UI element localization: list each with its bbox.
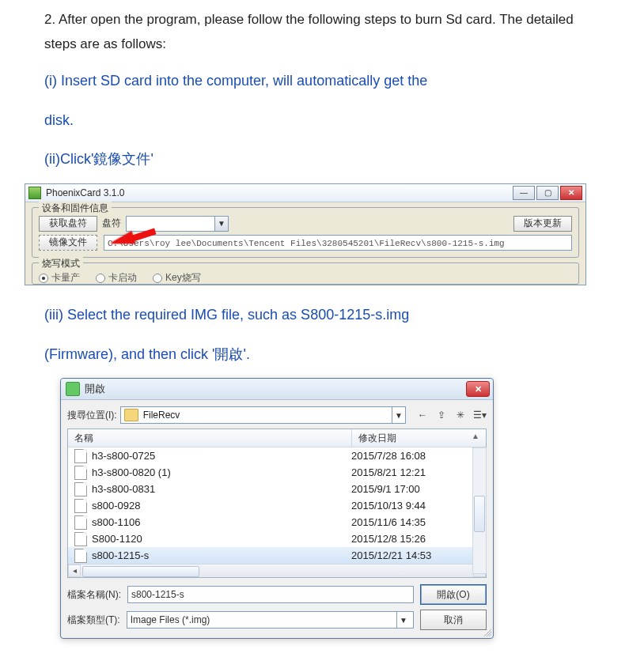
up-folder-icon[interactable]: ⇪ — [434, 408, 449, 422]
file-name: S800-1120 — [92, 533, 142, 545]
dialog-close-button[interactable]: ✕ — [466, 381, 490, 397]
open-button[interactable]: 開啟(O) — [420, 584, 487, 605]
image-file-button[interactable]: 镜像文件 — [39, 235, 97, 251]
open-file-dialog: 開啟 ✕ 搜尋位置(I): FileRecv ▼ ← ⇪ ✳ ☰▾ — [60, 378, 494, 639]
vertical-scrollbar[interactable] — [472, 447, 487, 574]
file-name: h3-s800-0725 — [92, 450, 155, 462]
file-date: 2015/12/8 15:26 — [345, 530, 486, 547]
file-date: 2015/12/21 14:53 — [345, 547, 486, 564]
col-date-header[interactable]: 修改日期 ▲ — [352, 429, 486, 447]
filename-input[interactable]: s800-1215-s — [127, 586, 414, 603]
dialog-titlebar[interactable]: 開啟 ✕ — [61, 379, 493, 400]
file-name: s800-0928 — [92, 500, 140, 512]
column-headers[interactable]: 名稱 修改日期 ▲ — [68, 429, 486, 447]
device-firmware-fieldset: 设备和固件信息 获取盘符 盘符 ▼ 版本更新 镜像文件 C:\Users\roy… — [32, 207, 579, 258]
look-in-label: 搜尋位置(I): — [67, 409, 117, 422]
radio-icon — [96, 274, 105, 283]
disk-label: 盘符 — [102, 217, 121, 230]
scrollbar-thumb[interactable] — [474, 496, 485, 532]
maximize-button[interactable]: ▢ — [536, 186, 559, 200]
filename-value: s800-1215-s — [131, 589, 184, 600]
sort-asc-icon: ▲ — [472, 432, 479, 440]
col-name-header[interactable]: 名稱 — [68, 429, 352, 447]
file-date: 2015/11/6 14:35 — [345, 514, 486, 530]
file-icon — [74, 466, 87, 480]
radio-icon — [153, 274, 162, 283]
resize-grip-icon[interactable] — [482, 627, 491, 636]
window-titlebar[interactable]: PhoenixCard 3.1.0 — ▢ ✕ — [25, 184, 585, 202]
cancel-button[interactable]: 取消 — [420, 610, 487, 630]
scrollbar-thumb[interactable] — [82, 566, 199, 577]
chevron-down-icon: ▼ — [392, 407, 405, 423]
disk-combo[interactable]: ▼ — [126, 216, 229, 232]
col-date-label: 修改日期 — [358, 432, 396, 444]
file-icon — [74, 482, 87, 496]
file-name: s800-1215-s — [92, 549, 149, 561]
radio-label: 卡启动 — [108, 273, 137, 284]
horizontal-scrollbar[interactable] — [68, 564, 486, 577]
file-icon — [74, 499, 87, 513]
file-icon — [74, 515, 87, 530]
radio-key-burn[interactable]: Key烧写 — [153, 273, 201, 284]
file-row[interactable]: h3-s800-0820 (1)2015/8/21 12:21 — [68, 464, 486, 481]
radio-icon — [39, 274, 48, 283]
doc-step2-intro: 2. After open the program, please follow… — [44, 8, 585, 56]
filetype-value: Image Files (*.img) — [131, 614, 210, 625]
chevron-down-icon: ▼ — [396, 612, 410, 628]
file-icon — [74, 532, 87, 546]
file-date: 2015/10/13 9:44 — [345, 497, 486, 514]
filename-label: 檔案名稱(N): — [67, 588, 121, 602]
version-update-button[interactable]: 版本更新 — [513, 216, 572, 232]
folder-icon — [124, 409, 138, 421]
nav-back-icon[interactable]: ← — [415, 408, 430, 422]
view-menu-icon[interactable]: ☰▾ — [472, 408, 487, 422]
doc-step-i-line2: disk. — [44, 105, 585, 137]
radio-mass-production[interactable]: 卡量产 — [39, 273, 80, 284]
minimize-button[interactable]: — — [513, 186, 535, 200]
close-button[interactable]: ✕ — [560, 186, 582, 200]
radio-label: Key烧写 — [165, 273, 201, 284]
file-row[interactable]: s800-1215-s2015/12/21 14:53 — [68, 547, 486, 564]
file-name: s800-1106 — [92, 516, 140, 528]
file-date: 2015/9/1 17:00 — [345, 481, 486, 497]
file-row[interactable]: s800-09282015/10/13 9:44 — [68, 497, 486, 514]
filetype-combo[interactable]: Image Files (*.img) ▼ — [127, 611, 414, 629]
radio-label: 卡量产 — [51, 273, 80, 284]
filetype-label: 檔案類型(T): — [67, 613, 120, 627]
phoenixcard-window: PhoenixCard 3.1.0 — ▢ ✕ 设备和固件信息 获取盘符 盘符 … — [25, 183, 586, 285]
dialog-title: 開啟 — [85, 382, 466, 396]
look-in-combo[interactable]: FileRecv ▼ — [120, 406, 406, 424]
file-row[interactable]: h3-s800-07252015/7/28 16:08 — [68, 447, 486, 464]
window-title: PhoenixCard 3.1.0 — [46, 187, 513, 198]
file-date: 2015/7/28 16:08 — [345, 447, 486, 464]
app-icon — [28, 187, 41, 199]
file-row[interactable]: s800-11062015/11/6 14:35 — [68, 514, 486, 530]
file-row[interactable]: h3-s800-08312015/9/1 17:00 — [68, 481, 486, 497]
chevron-down-icon: ▼ — [214, 217, 228, 231]
doc-step-ii: (ii)Click'鏡像文件' — [44, 144, 585, 176]
device-fieldset-legend: 设备和固件信息 — [39, 202, 112, 215]
file-icon — [74, 549, 87, 563]
doc-step-i-line1: (i) Insert SD card into the computer, wi… — [44, 66, 585, 97]
file-list[interactable]: 名稱 修改日期 ▲ h3-s800-07252015/7/28 16:08h3-… — [67, 428, 487, 578]
file-name: h3-s800-0831 — [92, 483, 155, 495]
burn-mode-legend: 烧写模式 — [39, 257, 83, 270]
file-row[interactable]: S800-11202015/12/8 15:26 — [68, 530, 486, 547]
doc-step-iii-line2: (Firmware), and then click '開啟'. — [44, 339, 585, 371]
get-disk-button[interactable]: 获取盘符 — [39, 216, 97, 232]
burn-mode-fieldset: 烧写模式 卡量产 卡启动 Key烧写 — [32, 262, 579, 285]
image-path-field[interactable]: C:\Users\roy lee\Documents\Tencent Files… — [104, 235, 572, 251]
file-name: h3-s800-0820 (1) — [92, 466, 171, 478]
doc-step-iii-line1: (iii) Select the required IMG file, such… — [44, 300, 585, 331]
app-icon — [66, 382, 80, 396]
look-in-value: FileRecv — [143, 410, 392, 421]
radio-card-boot[interactable]: 卡启动 — [96, 273, 137, 284]
file-date: 2015/8/21 12:21 — [345, 464, 486, 481]
new-folder-icon[interactable]: ✳ — [453, 408, 468, 422]
file-icon — [74, 449, 87, 463]
